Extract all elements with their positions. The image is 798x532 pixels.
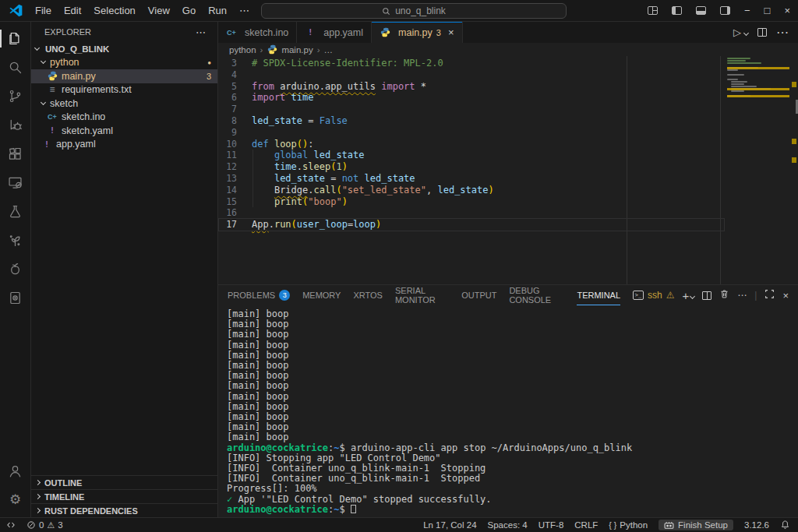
tree-item-requirements-txt[interactable]: ≡requirements.txt: [31, 83, 217, 97]
activity-berry-icon[interactable]: [0, 255, 31, 284]
line-number[interactable]: 4: [218, 69, 237, 81]
code-line-14[interactable]: 14 Bridge.call("set_led_state", led_stat…: [218, 185, 727, 196]
panel-tab-debug-console[interactable]: DEBUG CONSOLE: [509, 285, 564, 305]
maximize-panel-icon[interactable]: [764, 289, 775, 301]
tree-item-sketch[interactable]: sketch: [31, 97, 217, 111]
tree-item-sketch-ino[interactable]: C+sketch.ino: [31, 111, 217, 125]
activity-account-icon[interactable]: [0, 456, 31, 485]
menu-[interactable]: ⋯: [233, 5, 256, 16]
menu-edit[interactable]: Edit: [58, 5, 87, 16]
toggle-sidebar-icon[interactable]: [672, 6, 682, 15]
activity-extensions-icon[interactable]: [0, 139, 31, 168]
tree-item-python[interactable]: python●: [31, 56, 217, 70]
code-line-6[interactable]: 6import time: [218, 92, 727, 104]
code-editor[interactable]: 3# SPDX-License-Identifier: MPL-2.045fro…: [218, 56, 798, 284]
terminal-output[interactable]: [main] boop[main] boop[main] boop[main] …: [218, 305, 798, 517]
code-line-4[interactable]: 4: [218, 69, 727, 81]
language-status[interactable]: { } Python: [609, 520, 648, 530]
close-panel-icon[interactable]: ×: [782, 290, 789, 301]
terminal-dropdown-chevron-icon[interactable]: [690, 293, 695, 298]
kill-terminal-icon[interactable]: [719, 289, 729, 301]
menu-file[interactable]: File: [29, 5, 58, 16]
activity-search-icon[interactable]: [0, 53, 31, 82]
command-center-search[interactable]: uno_q_blink: [261, 3, 567, 19]
breadcrumb-item[interactable]: python: [229, 45, 256, 55]
activity-source-control-icon[interactable]: [0, 82, 31, 111]
line-number[interactable]: 3: [218, 58, 237, 69]
toggle-secondary-sidebar-icon[interactable]: [720, 6, 730, 15]
tab-sketch-ino[interactable]: C+sketch.ino: [218, 22, 297, 43]
line-number[interactable]: 10: [218, 139, 237, 150]
code-line-7[interactable]: 7: [218, 104, 727, 115]
tree-item-sketch-yaml[interactable]: !sketch.yaml: [31, 124, 217, 138]
line-number[interactable]: 15: [218, 196, 237, 208]
split-editor-icon[interactable]: [757, 28, 767, 37]
close-button[interactable]: ×: [784, 5, 790, 16]
explorer-more-actions-icon[interactable]: ⋯: [196, 26, 207, 38]
panel-tab-output[interactable]: OUTPUT: [461, 285, 496, 305]
panel-tab-terminal[interactable]: TERMINAL: [577, 285, 620, 305]
remote-indicator-icon[interactable]: [6, 520, 16, 530]
finish-setup-button[interactable]: Finish Setup: [659, 520, 733, 530]
customize-layout-icon[interactable]: [648, 6, 658, 15]
tab-app-yaml[interactable]: !app.yaml: [297, 22, 372, 43]
activity-remote-explorer-icon[interactable]: [0, 168, 31, 197]
code-line-5[interactable]: 5from arduino.app_utils import *: [218, 81, 727, 93]
notifications-bell-icon[interactable]: [780, 520, 790, 531]
line-number[interactable]: 11: [218, 150, 237, 161]
line-number[interactable]: 13: [218, 173, 237, 185]
encoding-status[interactable]: UTF-8: [538, 520, 564, 530]
activity-test-beaker-icon[interactable]: [0, 197, 31, 226]
activity-files-icon[interactable]: [0, 24, 31, 53]
indentation-status[interactable]: Spaces: 4: [488, 520, 528, 530]
activity-sprout-icon[interactable]: [0, 226, 31, 255]
menu-run[interactable]: Run: [202, 5, 233, 16]
panel-tab-serial-monitor[interactable]: SERIAL MONITOR: [395, 285, 449, 305]
panel-more-actions-icon[interactable]: ⋯: [737, 290, 747, 301]
panel-tab-xrtos[interactable]: XRTOS: [353, 285, 383, 305]
maximize-button[interactable]: □: [764, 5, 771, 16]
tab-close-icon[interactable]: ×: [448, 26, 454, 38]
split-terminal-icon[interactable]: [702, 291, 711, 300]
code-line-12[interactable]: 12 time.sleep(1): [218, 161, 727, 173]
python-interpreter-version[interactable]: 3.12.6: [744, 520, 769, 530]
toggle-panel-icon[interactable]: [696, 6, 706, 15]
code-line-3[interactable]: 3# SPDX-License-Identifier: MPL-2.0: [218, 58, 727, 69]
code-line-8[interactable]: 8led_state = False: [218, 115, 727, 127]
line-number[interactable]: 8: [218, 115, 237, 127]
code-line-15[interactable]: 15 print("boop"): [218, 196, 727, 208]
line-number[interactable]: 7: [218, 104, 237, 115]
code-line-11[interactable]: 11 global led_state: [218, 150, 727, 161]
line-number[interactable]: 16: [218, 207, 237, 219]
line-number[interactable]: 14: [218, 185, 237, 196]
line-number[interactable]: 12: [218, 161, 237, 173]
tree-item-uno-q-blink[interactable]: UNO_Q_BLINK: [31, 42, 217, 56]
activity-settings-gear-icon[interactable]: ⚙: [0, 485, 31, 514]
code-line-13[interactable]: 13 led_state = not led_state: [218, 173, 727, 185]
cursor-position[interactable]: Ln 17, Col 24: [423, 520, 476, 530]
eol-status[interactable]: CRLF: [574, 520, 598, 530]
breadcrumb-item[interactable]: …: [324, 45, 334, 55]
activity-run-debug-icon[interactable]: [0, 111, 31, 139]
run-dropdown-chevron-icon[interactable]: [743, 30, 749, 36]
minimize-button[interactable]: −: [744, 5, 750, 16]
new-terminal-icon[interactable]: +: [683, 289, 690, 302]
problems-status[interactable]: 0 ⚠ 3: [26, 520, 63, 530]
sidebar-section-outline[interactable]: OUTLINE: [31, 475, 217, 489]
tab-main-py[interactable]: main.py3×: [372, 22, 463, 43]
run-python-file-icon[interactable]: ▷: [733, 26, 741, 38]
line-number[interactable]: 5: [218, 81, 237, 93]
activity-notebook-icon[interactable]: [0, 284, 31, 312]
code-line-10[interactable]: 10def loop():: [218, 139, 727, 150]
sidebar-section-timeline[interactable]: TIMELINE: [31, 489, 217, 503]
line-number[interactable]: 6: [218, 92, 237, 104]
breadcrumb-item[interactable]: main.py: [281, 45, 312, 55]
sidebar-section-rust-dependencies[interactable]: RUST DEPENDENCIES: [31, 503, 217, 517]
code-line-16[interactable]: 16: [218, 207, 727, 219]
editor-more-actions-icon[interactable]: ⋯: [776, 25, 789, 40]
panel-tab-memory[interactable]: MEMORY: [302, 285, 341, 305]
menu-selection[interactable]: Selection: [87, 5, 141, 16]
menu-go[interactable]: Go: [176, 5, 202, 16]
panel-tab-problems[interactable]: PROBLEMS3: [228, 285, 290, 305]
minimap[interactable]: [727, 58, 789, 97]
